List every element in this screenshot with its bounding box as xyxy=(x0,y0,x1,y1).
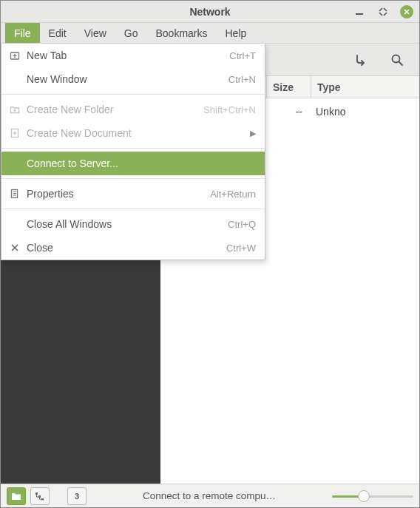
menu-close-all-accel: Ctrl+Q xyxy=(228,219,256,230)
close-menu-icon xyxy=(9,242,21,254)
menu-create-folder-label: Create New Folder xyxy=(27,104,197,115)
menu-separator xyxy=(1,148,265,149)
menu-connect-server[interactable]: Connect to Server... xyxy=(1,152,265,175)
menu-new-window-accel: Ctrl+N xyxy=(228,74,256,85)
window-controls xyxy=(353,5,413,18)
toggle-location-button[interactable] xyxy=(354,53,369,67)
column-size-label: Size xyxy=(273,81,294,93)
menu-properties-accel: Alt+Return xyxy=(210,189,256,200)
menu-properties[interactable]: Properties Alt+Return xyxy=(1,182,265,206)
menu-new-tab[interactable]: New Tab Ctrl+T xyxy=(1,44,265,67)
menu-create-document: Create New Document ▶ xyxy=(1,121,265,145)
menu-new-tab-accel: Ctrl+T xyxy=(229,50,256,61)
places-view-button[interactable] xyxy=(7,487,26,505)
menu-close-label: Close xyxy=(27,242,220,254)
menu-file[interactable]: File xyxy=(5,23,40,43)
submenu-arrow-icon: ▶ xyxy=(250,129,256,138)
statusbar: 3 Connect to a remote compu… xyxy=(1,484,419,507)
menu-properties-label: Properties xyxy=(27,188,204,200)
menu-help[interactable]: Help xyxy=(217,23,256,43)
menu-separator xyxy=(1,94,265,95)
blank-icon xyxy=(9,158,21,169)
menu-close-accel: Ctrl+W xyxy=(226,243,256,254)
search-icon xyxy=(390,53,404,67)
menu-new-window-label: New Window xyxy=(27,73,223,85)
blank-icon xyxy=(9,73,21,85)
menu-connect-server-label: Connect to Server... xyxy=(27,158,256,169)
svg-rect-0 xyxy=(356,13,363,15)
menu-separator xyxy=(1,178,265,179)
blank-icon xyxy=(9,218,21,230)
search-button[interactable] xyxy=(390,53,404,67)
close-button[interactable] xyxy=(400,5,413,18)
zoom-slider[interactable] xyxy=(332,490,413,502)
toggle-location-icon xyxy=(355,53,368,67)
menu-create-folder-accel: Shift+Ctrl+N xyxy=(203,104,256,115)
row-type-cell: Unkno xyxy=(311,106,419,118)
menubar: File Edit View Go Bookmarks Help xyxy=(1,23,419,44)
tree-view-button[interactable] xyxy=(30,487,50,505)
menu-create-folder: Create New Folder Shift+Ctrl+N xyxy=(1,98,265,121)
menu-bookmarks[interactable]: Bookmarks xyxy=(146,23,216,43)
menu-view[interactable]: View xyxy=(75,23,115,43)
show-details-button[interactable]: 3 xyxy=(67,487,87,505)
minimize-icon xyxy=(355,7,364,16)
detail-label: 3 xyxy=(75,492,79,501)
menu-close-all[interactable]: Close All Windows Ctrl+Q xyxy=(1,212,265,236)
menu-close[interactable]: Close Ctrl+W xyxy=(1,236,265,260)
menu-create-document-label: Create New Document xyxy=(27,127,244,139)
column-type[interactable]: Type xyxy=(311,76,419,98)
svg-rect-6 xyxy=(35,492,38,495)
maximize-button[interactable] xyxy=(376,5,390,18)
menu-go[interactable]: Go xyxy=(115,23,147,43)
menu-new-window[interactable]: New Window Ctrl+N xyxy=(1,67,265,91)
svg-rect-7 xyxy=(38,495,41,498)
properties-icon xyxy=(9,188,21,200)
maximize-icon xyxy=(379,7,387,16)
menu-new-tab-label: New Tab xyxy=(27,50,223,61)
zoom-track xyxy=(332,495,413,498)
status-text: Connect to a remote compu… xyxy=(91,490,328,501)
folder-icon xyxy=(11,492,21,501)
column-type-label: Type xyxy=(317,81,341,93)
file-manager-window: Network File Edit View Go Bookmarks Help xyxy=(0,0,420,508)
new-tab-icon xyxy=(9,50,21,61)
menu-edit[interactable]: Edit xyxy=(40,23,75,43)
new-document-icon xyxy=(9,127,21,139)
row-size-cell: -- xyxy=(267,106,311,118)
menu-separator xyxy=(1,209,265,209)
new-folder-icon xyxy=(9,104,21,115)
minimize-button[interactable] xyxy=(353,5,366,18)
titlebar: Network xyxy=(1,1,419,23)
tree-icon xyxy=(35,492,45,501)
column-size[interactable]: Size xyxy=(267,76,311,98)
svg-line-2 xyxy=(399,61,403,65)
menu-close-all-label: Close All Windows xyxy=(27,218,222,230)
close-icon xyxy=(403,8,410,16)
svg-rect-8 xyxy=(41,498,44,501)
zoom-thumb[interactable] xyxy=(358,490,370,502)
file-menu-dropdown: New Tab Ctrl+T New Window Ctrl+N Create … xyxy=(1,44,265,260)
